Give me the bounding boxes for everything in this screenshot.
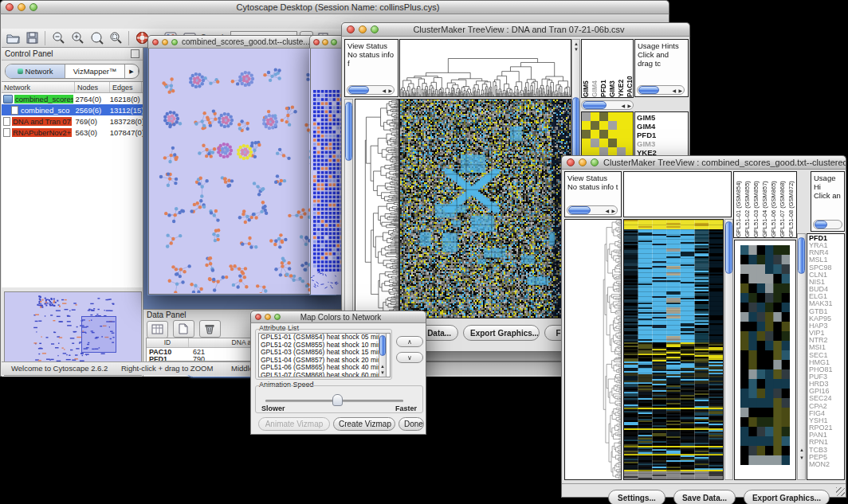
zoom-button[interactable] [591,158,599,166]
zoom-button[interactable] [274,314,281,320]
scroll-right-icon[interactable]: ▶ [678,88,682,93]
zoom-button[interactable] [331,39,337,45]
main-titlebar[interactable]: Cytoscape Desktop (Session Name: collins… [0,0,669,14]
scroll-left-icon[interactable]: ◀ [672,88,676,93]
treeview2-titlebar[interactable]: ClusterMaker TreeView : combined_scores_… [561,155,846,170]
tv1-global-heatmap[interactable] [399,99,571,318]
zoom-out-icon[interactable] [50,30,66,45]
minimize-button[interactable] [18,3,26,11]
tv2-status-hscrollbar[interactable]: ◀ ▶ [567,205,618,215]
tab-network[interactable]: Network [6,64,65,78]
tv2-column-dendrogram[interactable] [623,171,732,217]
scrollbar-thumb[interactable] [815,221,827,229]
zoom-selected-icon[interactable] [108,30,124,45]
zoom-button[interactable] [171,39,178,45]
dialog-titlebar[interactable]: Map Colors to Network [250,311,426,323]
done-button[interactable]: Done [398,417,424,431]
minimize-button[interactable] [359,25,367,33]
delete-attribute-icon[interactable] [199,320,221,338]
scrollbar-thumb[interactable] [638,86,659,94]
network-list-row[interactable]: combined_scores2764(0)16218(0) [2,93,143,104]
new-attribute-icon[interactable] [173,320,194,338]
minimize-button[interactable] [265,314,271,320]
minimize-button[interactable] [162,39,168,45]
close-button[interactable] [567,158,575,166]
tab-vizmapper-[interactable]: VizMapper™ [65,64,125,78]
settings--button[interactable]: Settings... [608,490,665,504]
global-heatmap-canvas[interactable] [400,100,571,318]
minimize-button[interactable] [579,158,587,166]
network-canvas[interactable] [149,49,335,293]
network-list-row[interactable]: DNA and Tran 07769(0)183728(0) [2,115,143,127]
tv2-heatmap-vscrollbar[interactable] [724,219,733,480]
column-header-nodes[interactable]: Nodes [75,82,110,92]
zoom-fit-icon[interactable] [88,30,104,45]
zoom-heatmap-canvas[interactable] [740,245,790,465]
tv2-global-heatmap[interactable] [623,219,724,480]
network-list-row[interactable]: RNAPuberNov2+563(0)107847(0) [2,127,143,138]
float-panel-icon[interactable] [131,49,139,58]
move-up-button[interactable]: ∧ [396,336,423,347]
global-heatmap-canvas[interactable] [624,220,723,479]
tv2-gene-dendrogram[interactable] [564,219,622,480]
save-session-icon[interactable] [24,30,40,45]
gene-dendrogram-canvas[interactable] [355,100,398,318]
scrollbar-thumb[interactable] [348,86,369,94]
zoom-in-icon[interactable] [69,30,85,45]
close-button[interactable] [255,314,261,320]
attribute-list-item[interactable]: GPL51-07 (GSM868) heat shock 60 min [261,372,390,377]
tv2-hints-hscrollbar[interactable] [813,220,842,229]
export-graphics--button[interactable]: Export Graphics... [463,325,540,341]
create-vizmap-button[interactable]: Create Vizmap [333,417,395,431]
scrollbar-thumb[interactable] [583,101,607,109]
attribute-list-scrollbar[interactable]: ▲ ▼ [379,333,387,377]
close-button[interactable] [6,3,14,11]
tab--[interactable]: ▶ [125,64,139,78]
zoom-button[interactable] [29,3,37,11]
scroll-down-icon[interactable]: ▼ [574,47,579,52]
save-data--button[interactable]: Save Data... [673,490,736,504]
scroll-left-icon[interactable]: ◀ [382,88,386,93]
data-column-header[interactable]: ID [147,338,189,347]
select-attributes-icon[interactable] [147,321,168,338]
close-button[interactable] [152,39,159,45]
gene-dendrogram-canvas[interactable] [565,220,621,479]
network-titlebar[interactable]: combined_scores_good.txt--cluste... [147,35,336,49]
open-session-icon[interactable] [5,30,21,45]
network-list-row[interactable]: combined_sco2569(6)13112(15) [2,104,143,115]
tv1-zoom-hscrollbar[interactable]: ◀ ▶ [581,100,634,110]
scroll-down-icon[interactable]: ▼ [380,370,385,375]
scrollbar-thumb[interactable] [568,206,591,214]
tv1-column-dendrogram[interactable] [399,39,571,97]
column-header-network[interactable]: Network [2,82,75,92]
resize-grip[interactable] [836,487,845,496]
column-header-edges[interactable]: Edges [110,82,142,92]
scrollbar-thumb[interactable] [379,335,386,356]
column-dendrogram-canvas[interactable] [400,40,571,96]
scroll-left-icon[interactable]: ◀ [605,209,609,213]
tv1-hints-hscrollbar[interactable]: ◀ ▶ [637,85,685,95]
move-down-button[interactable]: ∨ [396,352,423,363]
close-button[interactable] [347,25,355,33]
animation-slider-thumb[interactable] [332,394,343,406]
scroll-up-icon[interactable]: ▲ [799,447,804,452]
scroll-up-icon[interactable]: ▲ [380,364,385,369]
scroll-right-icon[interactable]: ▶ [388,88,392,93]
export-graphics--button[interactable]: Export Graphics... [744,490,830,504]
scrollbar-thumb[interactable] [345,102,352,161]
tv1-status-hscrollbar[interactable]: ◀ ▶ [347,85,395,95]
scroll-right-icon[interactable]: ▶ [611,209,615,213]
tv2-zoom-heatmap-panel[interactable] [734,240,796,480]
tv2-gene-scrollbar[interactable]: ▲ ▼ [797,233,806,480]
scrollbar-thumb[interactable] [725,221,732,274]
scrollbar-thumb[interactable] [798,237,805,274]
zoom-button[interactable] [371,25,379,33]
minimize-button[interactable] [322,39,328,45]
tv1-gene-dendrogram[interactable] [355,99,399,318]
scroll-up-icon[interactable]: ▲ [574,41,579,46]
close-button[interactable] [313,39,320,45]
treeview1-titlebar[interactable]: ClusterMaker TreeView : DNA and Tran 07-… [341,22,690,37]
scroll-right-icon[interactable]: ▶ [627,104,631,108]
tv1-gene-scrollbar[interactable] [344,99,353,318]
scroll-left-icon[interactable]: ◀ [621,104,625,108]
